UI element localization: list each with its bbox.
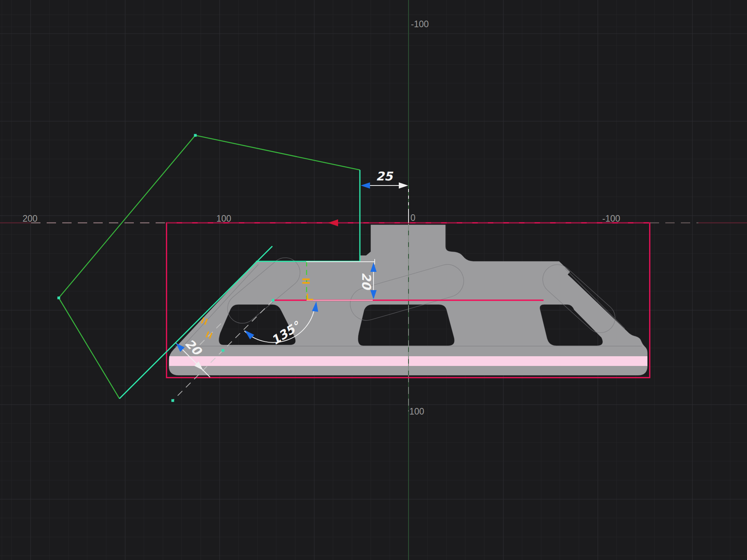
cad-viewport[interactable]: 25 20 20 135° -10 <box>0 0 747 560</box>
y-axis-label-top: -100 <box>411 19 429 29</box>
dim20v-value[interactable]: 20 <box>359 272 374 290</box>
axis-direction-arrow-icon <box>328 219 338 226</box>
x-axis-label-0: 0 <box>410 213 416 223</box>
dim25-value[interactable]: 25 <box>376 169 394 183</box>
dim25-arrow-left <box>361 182 370 189</box>
dimension-25[interactable]: 25 <box>361 169 409 223</box>
x-axis-label-100: 100 <box>216 214 231 224</box>
teal-diagonal-edge <box>119 246 272 399</box>
dim135-arrow-side <box>243 328 254 339</box>
x-axis-label-200: 200 <box>23 214 37 224</box>
dim25-arrow-right <box>399 182 408 189</box>
y-axis-label-bottom: 100 <box>409 406 424 416</box>
x-axis-label-neg100: -100 <box>602 214 620 224</box>
